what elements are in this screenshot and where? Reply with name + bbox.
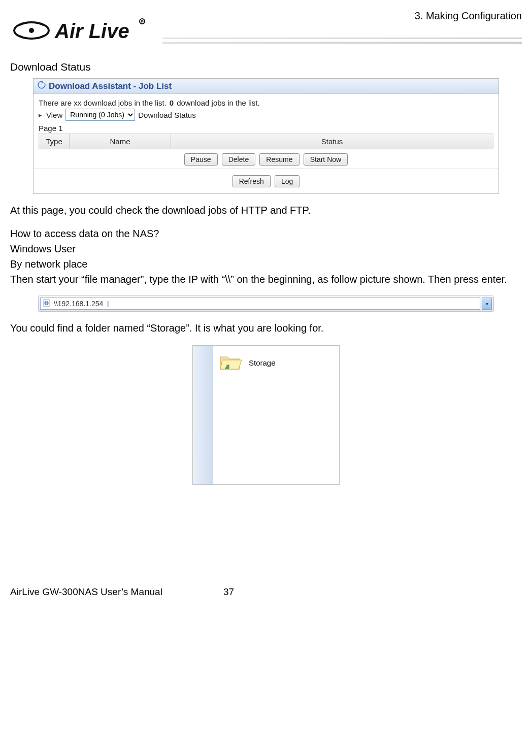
page-indicator: Page 1 bbox=[39, 124, 493, 133]
explorer-window: Storage bbox=[192, 345, 340, 485]
view-suffix: Download Status bbox=[138, 111, 195, 119]
status-line: There are xx download jobs in the list. … bbox=[39, 98, 493, 107]
address-input[interactable]: \\192.168.1.254 | bbox=[40, 298, 480, 310]
page-header: Air Live R 3. Making Configuration bbox=[10, 10, 522, 51]
panel-title: Download Assistant - Job List bbox=[49, 81, 172, 91]
page-number: 37 bbox=[223, 586, 234, 598]
status-suffix: download jobs in the list. bbox=[177, 98, 259, 107]
svg-rect-7 bbox=[227, 365, 229, 368]
svg-text:R: R bbox=[141, 19, 144, 24]
job-table: Type Name Status bbox=[39, 134, 493, 149]
brand-logo: Air Live R bbox=[10, 10, 152, 52]
svg-point-1 bbox=[29, 28, 34, 33]
address-value: \\192.168.1.254 bbox=[54, 300, 103, 308]
folder-share-icon bbox=[219, 352, 244, 374]
refresh-button[interactable]: Refresh bbox=[232, 175, 271, 187]
column-type: Type bbox=[39, 134, 70, 149]
view-label: View bbox=[46, 111, 62, 119]
pause-button[interactable]: Pause bbox=[184, 153, 218, 166]
storage-folder-label: Storage bbox=[249, 358, 276, 367]
nas-sub-windows: Windows User bbox=[10, 242, 522, 256]
storage-description: You could find a folder named “Storage”.… bbox=[10, 321, 522, 335]
column-name: Name bbox=[70, 134, 171, 149]
panel-description: At this page, you could check the downlo… bbox=[10, 203, 522, 217]
resume-button[interactable]: Resume bbox=[259, 153, 299, 166]
explorer-sidebar bbox=[193, 346, 213, 484]
nas-heading: How to access data on the NAS? bbox=[10, 226, 522, 241]
download-assistant-panel: Download Assistant - Job List There are … bbox=[33, 78, 499, 194]
text-cursor: | bbox=[107, 300, 109, 307]
ie-page-icon bbox=[43, 299, 51, 309]
page-footer: AirLive GW-300NAS User’s Manual 37 bbox=[10, 586, 522, 598]
delete-button[interactable]: Delete bbox=[222, 153, 255, 166]
refresh-icon bbox=[38, 81, 46, 91]
expand-caret-icon: ▸ bbox=[39, 111, 42, 119]
section-title: Download Status bbox=[10, 61, 522, 73]
view-select[interactable]: Running (0 Jobs) bbox=[65, 109, 135, 121]
manual-title: AirLive GW-300NAS User’s Manual bbox=[10, 586, 162, 598]
storage-folder[interactable]: Storage bbox=[219, 352, 333, 374]
nas-instruction: Then start your “file manager”, type the… bbox=[10, 272, 522, 286]
column-status: Status bbox=[171, 134, 493, 149]
nas-sub-networkplace: By network place bbox=[10, 257, 522, 271]
chevron-down-icon: ▾ bbox=[486, 301, 488, 307]
address-dropdown-button[interactable]: ▾ bbox=[482, 298, 492, 310]
svg-text:Air Live: Air Live bbox=[54, 20, 129, 42]
status-count: 0 bbox=[170, 98, 174, 107]
start-now-button[interactable]: Start Now bbox=[304, 153, 348, 166]
panel-title-bar: Download Assistant - Job List bbox=[34, 79, 498, 94]
header-rule-thick bbox=[162, 42, 522, 44]
chapter-label: 3. Making Configuration bbox=[415, 10, 522, 22]
log-button[interactable]: Log bbox=[275, 175, 300, 187]
header-rule bbox=[162, 38, 522, 39]
status-prefix: There are xx download jobs in the list. bbox=[39, 98, 167, 107]
address-bar: \\192.168.1.254 | ▾ bbox=[38, 295, 494, 312]
